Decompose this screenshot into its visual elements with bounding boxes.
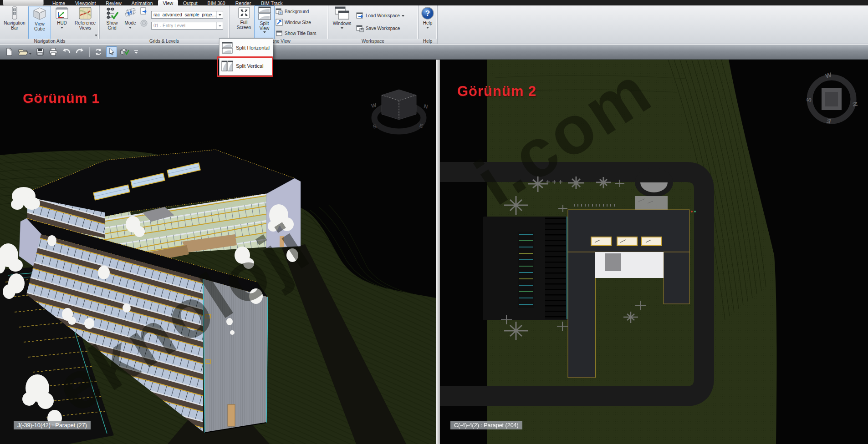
open-file-button[interactable] <box>17 46 32 57</box>
help-icon: ? <box>421 6 434 20</box>
view-cube-icon <box>32 6 47 21</box>
panel-help: ? Help Help <box>418 5 438 44</box>
viewport-2-status-badge: C(-4)-4(2) : Parapet (204) <box>450 421 522 429</box>
split-view-caret-icon[interactable] <box>263 31 266 33</box>
tab-review[interactable]: Review <box>101 0 126 5</box>
grid-mode-caret-icon[interactable] <box>129 27 132 29</box>
reference-views-icon <box>78 6 92 20</box>
parking-lot-plan <box>483 217 570 320</box>
viewport-1-label: Görünüm 1 <box>23 91 100 106</box>
tab-bim360[interactable]: BIM 360 <box>203 0 230 5</box>
save-button[interactable] <box>35 46 46 57</box>
ribbon-tab-bar: Home Viewpoint Review Animation View Out… <box>0 0 868 5</box>
refresh-icon <box>94 48 102 56</box>
save-workspace-button[interactable]: Save Workspace <box>356 25 400 32</box>
refresh-button[interactable] <box>93 46 104 57</box>
windows-caret-icon[interactable] <box>341 27 343 29</box>
panel-grids-levels: Show Grid Mode <box>99 5 230 44</box>
grid-export-button[interactable] <box>140 7 148 17</box>
show-title-bars-icon <box>276 30 283 37</box>
select-box-icon <box>120 48 129 56</box>
grid-levels-icon <box>140 19 148 27</box>
help-button[interactable]: ? Help <box>419 6 436 43</box>
reference-views-button[interactable]: Reference Views <box>72 6 98 43</box>
driveway <box>635 168 673 210</box>
split-view-dropdown-menu: Split Horizontal Split Vertical <box>219 38 273 76</box>
toolbar-options-caret-icon <box>134 50 138 54</box>
panel-label-grids-levels: Grids & Levels <box>99 39 229 44</box>
save-workspace-icon <box>356 25 364 32</box>
application-window: Home Viewpoint Review Animation View Out… <box>0 0 868 444</box>
show-grid-button[interactable]: Show Grid <box>103 6 121 43</box>
tab-render[interactable]: Render <box>230 0 256 5</box>
grid-export-icon <box>140 7 148 15</box>
panel-navigation-aids: Navigation Bar View Cube <box>0 5 100 44</box>
full-screen-button[interactable]: Full Screen <box>234 6 254 43</box>
redo-icon <box>75 48 84 56</box>
split-vertical-icon <box>221 60 233 72</box>
toolbar-separator <box>89 47 89 57</box>
tab-output[interactable]: Output <box>178 0 203 5</box>
view-cube-button[interactable]: View Cube <box>28 6 51 43</box>
split-view-icon <box>257 6 272 20</box>
navigation-bar-icon <box>9 6 20 20</box>
grid-levels-disabled-button <box>140 19 148 29</box>
windows-button[interactable]: Windows <box>330 6 354 43</box>
grid-mode-icon <box>123 6 137 20</box>
open-file-icon <box>18 48 31 56</box>
load-workspace-button[interactable]: Load Workspace <box>356 12 404 20</box>
panel-label-navigation-aids: Navigation Aids <box>0 39 99 44</box>
hud-dropdown-caret-icon[interactable] <box>61 27 63 29</box>
viewport-2-canvas[interactable]: W N E S i.com Görünüm 2 C(-4)-4(2) : Par… <box>440 60 868 444</box>
project-combo-caret-icon[interactable] <box>216 11 223 18</box>
level-combo-caret-icon[interactable] <box>216 22 223 29</box>
tab-viewpoint[interactable]: Viewpoint <box>70 0 101 5</box>
help-question-glyph: ? <box>425 9 430 18</box>
toolbar-options-button[interactable] <box>133 46 140 57</box>
select-box-button[interactable] <box>119 46 130 57</box>
viewport-1-canvas[interactable]: S E N W eknoloji Görünüm 1 J(-39)-10(42)… <box>0 60 436 444</box>
save-icon <box>36 48 44 56</box>
menu-item-split-horizontal[interactable]: Split Horizontal <box>220 39 273 57</box>
viewport-split-divider[interactable] <box>436 60 440 444</box>
panel-label-help: Help <box>418 39 437 44</box>
tab-bimtrack[interactable]: BIM Track <box>256 0 287 5</box>
redo-button[interactable] <box>74 46 85 57</box>
background-button[interactable]: Background <box>276 8 309 15</box>
background-icon <box>276 8 283 15</box>
viewport-2-scene: W N E S i.com <box>440 60 868 444</box>
split-horizontal-icon <box>221 42 233 54</box>
grid-mode-button[interactable]: Mode <box>121 6 139 43</box>
ribbon: Navigation Bar View Cube <box>0 5 868 44</box>
select-tool-button[interactable] <box>106 46 117 57</box>
print-icon <box>49 48 58 56</box>
show-title-bars-button[interactable]: Show Title Bars <box>276 30 316 37</box>
undo-button[interactable] <box>61 46 72 57</box>
grid-project-combobox[interactable]: rac_advanced_sample_proje... <box>151 11 223 19</box>
window-size-button[interactable]: Window Size <box>276 19 311 26</box>
quick-access-toolbar <box>0 44 868 60</box>
viewport-1-status-badge: J(-39)-10(42) : Parapet (27) <box>14 421 91 429</box>
load-workspace-icon <box>356 12 364 20</box>
load-workspace-caret-icon[interactable] <box>402 15 404 17</box>
tab-home[interactable]: Home <box>47 0 70 5</box>
undo-icon <box>62 48 71 56</box>
show-grid-icon <box>105 6 119 20</box>
hud-button[interactable]: HUD <box>52 6 71 43</box>
tab-view[interactable]: View <box>158 0 179 5</box>
new-file-icon <box>5 48 13 56</box>
help-caret-icon[interactable] <box>426 27 429 29</box>
select-cursor-icon <box>108 48 115 56</box>
menu-item-split-vertical[interactable]: Split Vertical <box>220 57 273 75</box>
reference-views-caret-icon[interactable] <box>95 35 97 36</box>
tab-animation[interactable]: Animation <box>127 0 158 5</box>
application-menu-button[interactable] <box>3 0 44 5</box>
hud-icon <box>55 6 69 20</box>
navigation-bar-button[interactable]: Navigation Bar <box>2 6 27 43</box>
viewport-2-label: Görünüm 2 <box>457 83 536 100</box>
print-button[interactable] <box>48 46 59 57</box>
panel-label-workspace: Workspace <box>328 39 418 44</box>
panel-workspace: Windows Load Workspace Sa <box>328 5 419 44</box>
grid-level-combobox[interactable]: 01 - Entry Level <box>151 22 223 30</box>
new-file-button[interactable] <box>4 46 15 57</box>
